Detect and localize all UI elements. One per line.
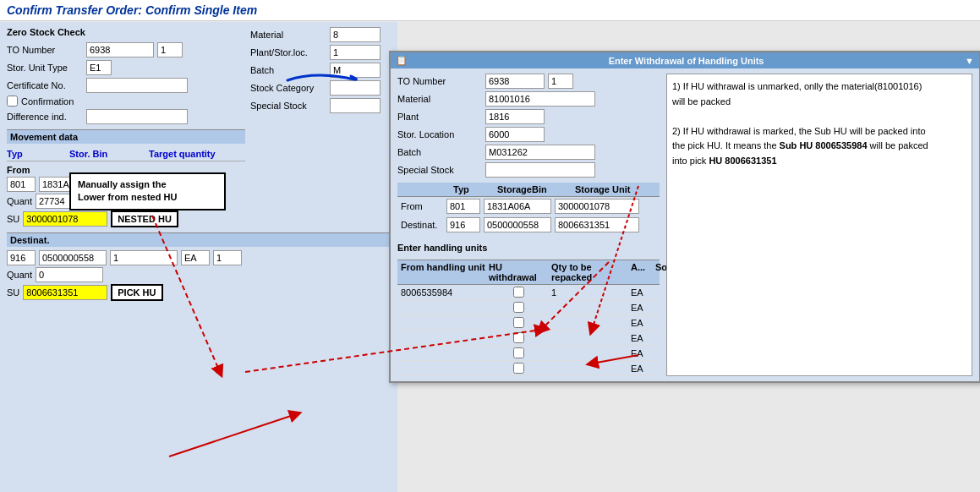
stor-unit-type-label: Stor. Unit Type — [7, 63, 83, 73]
annotation-line2: Lower from nested HU — [78, 192, 177, 202]
hu-row6-uom: EA — [631, 364, 652, 374]
annotation-line1: Manually assign the — [78, 179, 167, 189]
hu-row-2: EA — [397, 300, 660, 315]
dest-typ-input[interactable] — [7, 250, 36, 265]
modal-to-input2[interactable] — [548, 74, 573, 89]
modal-from-row: From — [397, 197, 660, 216]
su-label: SU — [7, 214, 19, 224]
modal-special-stock-row: Special Stock — [397, 162, 660, 178]
confirmation-label: Confirmation — [21, 96, 74, 107]
stock-cat-label: Stock Category — [250, 83, 326, 93]
special-stock-row: Special Stock — [250, 98, 392, 113]
batch-input[interactable] — [330, 63, 381, 78]
info-line6: into pick HU 8006631351 — [672, 154, 966, 169]
annotation-box: Manually assign the Lower from nested HU — [69, 172, 226, 210]
stor-unit-type-input[interactable] — [86, 60, 112, 75]
modal-special-stock-label: Special Stock — [397, 165, 482, 175]
stock-cat-row: Stock Category — [250, 80, 392, 96]
hu-row1-checkbox[interactable] — [513, 287, 524, 298]
modal-batch-input[interactable] — [485, 145, 595, 160]
modal-dest-bin[interactable] — [484, 217, 551, 232]
modal-info-box: 1) If HU withrawal is unmarked, onlly th… — [666, 74, 972, 376]
modal-title-text: Enter Withdrawal of Handling Units — [609, 56, 764, 66]
hu-row-5: EA — [397, 346, 660, 361]
info-line1: 1) If HU withrawal is unmarked, onlly th… — [672, 79, 966, 95]
hu-col-withdrawal: HU withdrawal — [489, 262, 548, 282]
modal-titlebar: 📋 Enter Withdrawal of Handling Units ▼ — [391, 52, 979, 68]
hu-row6-checkbox[interactable] — [513, 363, 524, 374]
modal-material-input[interactable] — [485, 91, 595, 107]
hu-row-6: EA — [397, 361, 660, 376]
modal-from-bin[interactable] — [484, 199, 551, 214]
dest-data-row — [7, 250, 391, 265]
special-stock-input[interactable] — [330, 98, 381, 113]
col-stor-bin: Stor. Bin — [69, 149, 145, 159]
modal-special-stock-input[interactable] — [485, 162, 595, 178]
from-typ-input[interactable] — [7, 177, 36, 192]
dest-su-input[interactable] — [23, 285, 107, 300]
hu-row3-checkbox[interactable] — [513, 317, 524, 328]
modal-from-typ[interactable] — [446, 199, 480, 214]
dest-quant-input[interactable] — [36, 267, 103, 282]
page-title: Confirm Transfer Order: Confirm Single I… — [0, 0, 980, 21]
stock-cat-input[interactable] — [330, 80, 381, 96]
dest-uom-input[interactable] — [181, 250, 210, 265]
plant-storloc-row: Plant/Stor.loc. — [250, 45, 392, 60]
hu-row2-uom: EA — [631, 303, 652, 313]
cert-no-input[interactable] — [86, 78, 188, 93]
hu-row5-uom: EA — [631, 348, 652, 358]
special-stock-label: Special Stock — [250, 101, 326, 111]
modal-grid-section: Typ StorageBin Storage Unit From Destina… — [397, 183, 660, 234]
modal-batch-label: Batch — [397, 147, 482, 157]
modal-grid-header: Typ StorageBin Storage Unit — [397, 183, 660, 197]
modal-grid-col-bin: StorageBin — [497, 184, 573, 194]
modal-from-label: From — [401, 201, 443, 211]
modal-to-input[interactable] — [485, 74, 545, 89]
confirmation-checkbox[interactable] — [7, 96, 18, 107]
modal-left-panel: TO Number Material Plant Stor. Location … — [397, 74, 660, 376]
modal-to-row: TO Number — [397, 74, 660, 89]
modal-plant-input[interactable] — [485, 109, 545, 124]
modal-material-row: Material — [397, 91, 660, 107]
hu-row1-hu: 8006535984 — [401, 287, 485, 298]
modal-stor-loc-input[interactable] — [485, 127, 545, 142]
hu-row5-checkbox[interactable] — [513, 347, 524, 358]
dest-qty-input[interactable] — [110, 250, 178, 265]
modal-from-unit[interactable] — [555, 199, 639, 214]
modal-dest-label: Destinat. — [401, 220, 443, 230]
modal-stor-loc-label: Stor. Location — [397, 129, 482, 139]
su-input[interactable] — [23, 211, 107, 227]
right-form-panel: Material Plant/Stor.loc. Batch Stock Cat… — [245, 22, 397, 225]
modal-dest-unit[interactable] — [555, 217, 639, 232]
hu-row4-checkbox[interactable] — [513, 332, 524, 343]
modal-body: TO Number Material Plant Stor. Location … — [391, 68, 979, 381]
modal-close-icon[interactable]: ▼ — [965, 56, 974, 66]
modal-stor-loc-row: Stor. Location — [397, 127, 660, 142]
dest-quant-row: Quant — [7, 267, 391, 282]
hu-row4-uom: EA — [631, 333, 652, 343]
hu-section-label: Enter handling units — [397, 241, 660, 254]
dest-su-row: SU PICK HU — [7, 284, 391, 301]
hu-row2-checkbox[interactable] — [513, 302, 524, 313]
nested-hu-badge: NESTED HU — [111, 210, 178, 227]
dest-qty2-input[interactable] — [213, 250, 242, 265]
plant-storloc-input[interactable] — [330, 45, 381, 60]
batch-label: Batch — [250, 65, 326, 75]
modal-to-label: TO Number — [397, 76, 482, 86]
to-number-label: TO Number — [7, 45, 83, 55]
col-target-qty: Target quantity — [149, 149, 242, 159]
modal-plant-row: Plant — [397, 109, 660, 124]
modal-batch-row: Batch — [397, 145, 660, 160]
modal-dest-typ[interactable] — [446, 217, 480, 232]
to-number-input[interactable] — [86, 42, 154, 57]
modal-grid-col-unit: Storage Unit — [575, 184, 660, 194]
dest-stor-bin-input[interactable] — [39, 250, 107, 265]
hu-col-qty: Qty to be repacked — [551, 262, 627, 282]
diff-ind-input[interactable] — [86, 109, 188, 124]
material-input[interactable] — [330, 27, 381, 42]
modal-title-icon: 📋 — [396, 55, 408, 66]
modal-material-label: Material — [397, 94, 482, 104]
hu-row-3: EA — [397, 315, 660, 331]
hu-row-4: EA — [397, 331, 660, 346]
to-number-input2[interactable] — [157, 42, 183, 57]
